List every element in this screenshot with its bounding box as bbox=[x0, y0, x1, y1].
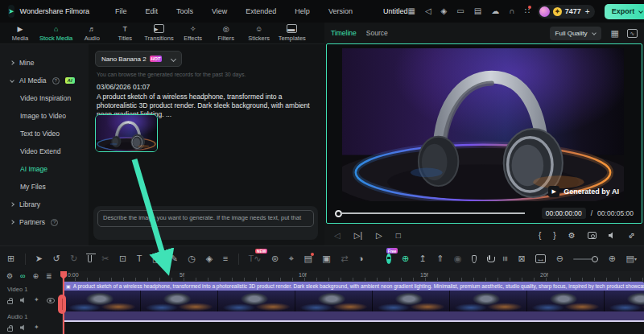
redo-icon[interactable]: ↻ bbox=[70, 254, 77, 263]
share-icon[interactable]: ↥ bbox=[419, 254, 427, 263]
tab-titles[interactable]: T Titles bbox=[111, 24, 138, 42]
apps-grid-icon[interactable]: ∷ bbox=[524, 7, 529, 15]
badge-icon[interactable]: ◈ bbox=[441, 7, 448, 15]
mute-icon[interactable] bbox=[20, 297, 27, 303]
ai-assistant-icon[interactable]: Free bbox=[386, 254, 391, 264]
ai-translation-icon[interactable]: ⇄ bbox=[341, 254, 348, 263]
help-icon[interactable]: ? bbox=[52, 77, 60, 85]
headset-support-icon[interactable]: ∩ bbox=[509, 7, 514, 15]
playback-settings-icon[interactable]: ⚙ bbox=[568, 232, 576, 240]
sidebar-item-ai-media[interactable]: AI Media ? AI bbox=[0, 72, 89, 89]
voice-clone-icon[interactable]: ⌖ bbox=[289, 254, 294, 263]
avatar[interactable] bbox=[539, 6, 550, 17]
sidebar-item-image-to-video[interactable]: Image to Video bbox=[0, 107, 89, 125]
stop-icon[interactable]: □ bbox=[396, 232, 401, 240]
timeline-clip[interactable]: ▣ A product sketch of a wireless headpho… bbox=[63, 282, 644, 322]
play-render-icon[interactable]: ◉ bbox=[454, 254, 462, 263]
track-manager-icon[interactable]: ≣ bbox=[46, 273, 52, 280]
smart-edit-icon[interactable]: ▣ bbox=[322, 254, 330, 263]
render-preview-icon[interactable]: ⊕ bbox=[402, 254, 409, 263]
layout-icon[interactable]: ▭ bbox=[456, 7, 464, 15]
tab-stock-media[interactable]: ⌂ Stock Media bbox=[39, 24, 72, 42]
preview-viewport[interactable]: ▶ Generated by AI 00:00:00:00 / 00:00:05… bbox=[326, 43, 642, 224]
zoom-slider[interactable] bbox=[573, 258, 598, 260]
add-to-track-icon[interactable]: ⊕ bbox=[33, 273, 39, 280]
sidebar-item-my-files[interactable]: My Files bbox=[0, 178, 89, 196]
previous-frame-icon[interactable]: ◁ bbox=[334, 232, 341, 240]
megaphone-icon[interactable]: ◁ bbox=[425, 7, 431, 15]
layout-grid-icon[interactable]: ▦ bbox=[611, 29, 619, 38]
lock-icon[interactable] bbox=[7, 328, 13, 332]
toolbox-icon[interactable]: ⊞ bbox=[7, 254, 14, 263]
export-image-icon[interactable]: ⇑ bbox=[436, 254, 444, 263]
menu-edit[interactable]: Edit bbox=[145, 7, 158, 15]
menu-view[interactable]: View bbox=[212, 7, 227, 15]
tab-effects[interactable]: ✧ Effects bbox=[180, 24, 207, 42]
keyframe-icon[interactable]: ◈ bbox=[206, 254, 213, 263]
split-icon[interactable]: ✂ bbox=[101, 254, 109, 263]
audio-mixer-icon[interactable]: ≡ bbox=[501, 256, 510, 261]
fit-timeline-icon[interactable]: ↔ bbox=[535, 254, 546, 263]
mute-icon[interactable] bbox=[20, 324, 27, 331]
speech-to-text-icon[interactable]: ⊚ bbox=[271, 254, 279, 263]
zoom-out-icon[interactable]: ⊖ bbox=[556, 254, 564, 263]
fullscreen-icon[interactable]: ⇕ bbox=[625, 230, 636, 241]
select-tool-icon[interactable]: ➤ bbox=[35, 254, 43, 263]
text-tool-icon[interactable]: T bbox=[137, 254, 142, 263]
quality-selector[interactable]: Full Quality bbox=[550, 27, 601, 40]
help-icon[interactable]: ? bbox=[51, 219, 58, 226]
tab-transitions[interactable]: ▸ Transitions bbox=[144, 24, 173, 42]
sidebar-item-video-extend[interactable]: Video Extend bbox=[0, 142, 89, 160]
ai-captions-icon[interactable]: ▤ bbox=[303, 254, 312, 263]
mark-out-icon[interactable]: } bbox=[553, 232, 555, 240]
filmora-logo-icon[interactable]: ➤ bbox=[8, 5, 14, 18]
play-icon[interactable]: ▷ bbox=[376, 232, 382, 240]
draw-icon[interactable]: ✎ bbox=[171, 254, 178, 263]
menu-version[interactable]: Version bbox=[328, 7, 353, 15]
ai-audio-icon[interactable]: ◑ bbox=[358, 254, 364, 263]
undo-icon[interactable]: ↺ bbox=[52, 254, 60, 263]
cloud-icon[interactable]: ☁ bbox=[491, 7, 499, 15]
lock-icon[interactable] bbox=[7, 300, 13, 304]
mask-icon[interactable]: ◳ bbox=[152, 254, 160, 263]
gift-icon[interactable]: ▦ bbox=[407, 7, 415, 15]
menu-help[interactable]: Help bbox=[295, 7, 310, 15]
speed-icon[interactable]: ◷ bbox=[188, 254, 196, 263]
mark-in-icon[interactable]: { bbox=[539, 232, 541, 240]
disable-effects-icon[interactable]: ✦ bbox=[34, 324, 39, 331]
sidebar-item-video-inspiration[interactable]: Video Inspiration bbox=[0, 89, 89, 107]
visibility-icon[interactable] bbox=[47, 298, 55, 303]
next-frame-icon[interactable]: ▷| bbox=[354, 232, 362, 240]
sidebar-item-ai-image[interactable]: AI Image bbox=[0, 160, 89, 178]
snapshot-icon[interactable] bbox=[588, 232, 597, 239]
add-credits-button[interactable]: + bbox=[585, 7, 590, 16]
tab-filters[interactable]: ◎ Filters bbox=[213, 24, 240, 42]
screen-record-icon[interactable]: ⊠ bbox=[518, 254, 525, 263]
voiceover-record-icon[interactable] bbox=[489, 255, 490, 260]
sidebar-item-mine[interactable]: Mine bbox=[0, 54, 89, 72]
sidebar-item-library[interactable]: Library bbox=[0, 196, 89, 213]
save-icon[interactable]: ▤ bbox=[474, 7, 481, 15]
disable-effects-icon[interactable]: ✦ bbox=[34, 297, 39, 303]
menu-file[interactable]: File bbox=[115, 7, 127, 15]
tab-media[interactable]: ▶ Media bbox=[6, 24, 34, 42]
zoom-in-icon[interactable]: ⊕ bbox=[609, 254, 616, 263]
shield-icon[interactable] bbox=[472, 255, 476, 263]
track-height-icon[interactable]: ▤▾ bbox=[626, 254, 637, 263]
volume-icon[interactable] bbox=[609, 232, 616, 239]
generated-image-thumbnail[interactable] bbox=[95, 114, 158, 152]
tab-source[interactable]: Source bbox=[366, 29, 388, 37]
adjust-icon[interactable]: ≡ bbox=[223, 254, 228, 263]
tab-templates[interactable]: ▬ Templates bbox=[279, 24, 306, 42]
menu-extended[interactable]: Extended bbox=[246, 7, 276, 15]
export-button[interactable]: Export bbox=[605, 4, 644, 19]
tab-stickers[interactable]: ☺ Stickers bbox=[246, 24, 273, 42]
playhead-grip[interactable] bbox=[58, 295, 66, 314]
timeline-ruler[interactable]: 0:00 5f 10f 15f 20f bbox=[63, 271, 644, 282]
crop-icon[interactable]: ⊡ bbox=[119, 254, 126, 263]
menu-tools[interactable]: Tools bbox=[176, 7, 193, 15]
clip-filmstrip[interactable] bbox=[63, 291, 644, 311]
sidebar-item-text-to-video[interactable]: Text to Video bbox=[0, 125, 89, 142]
text-to-speech-icon[interactable]: T∿NEW bbox=[249, 254, 262, 263]
tab-timeline[interactable]: Timeline bbox=[331, 29, 357, 37]
